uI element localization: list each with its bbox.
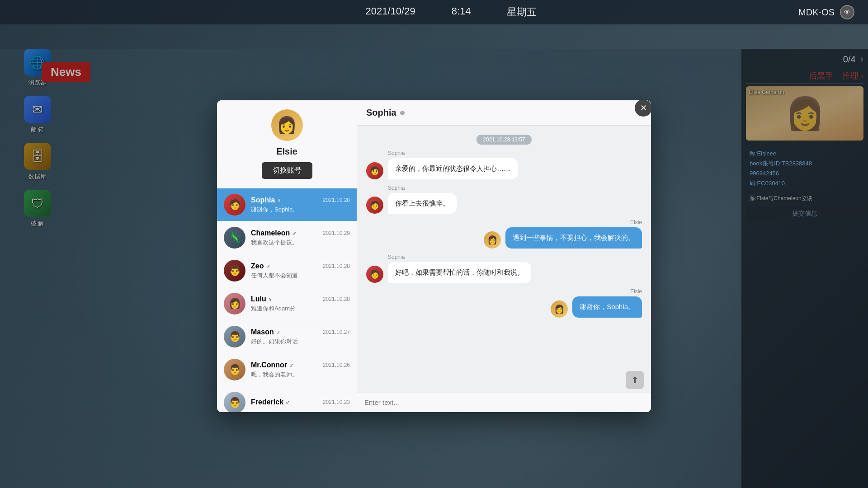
message-bubble: 谢谢你，Sophia。 <box>572 296 642 318</box>
message-bubble-wrap: Sophia 好吧，如果需要帮忙的话，你随时和我说。 <box>388 254 531 283</box>
message-avatar: 👩 <box>551 300 568 318</box>
contact-preview: 任何人都不会知道 <box>251 272 350 280</box>
contact-name: Lulu♀ <box>251 295 273 303</box>
contact-item[interactable]: 🧑 Sophia♀ 2021.10.28 谢谢你，Sophia。 <box>217 188 357 221</box>
topbar-center: 2021/10/29 8:14 星期五 <box>366 5 537 19</box>
contact-name: Zeo♂ <box>251 262 270 270</box>
message-bubble-wrap: Elsie 遇到一些事情，不要担心，我会解决的。 <box>505 219 642 249</box>
message-bubble: 你看上去很憔悴。 <box>388 193 457 214</box>
close-button[interactable]: ✕ <box>635 100 651 117</box>
contact-avatar: 👩 <box>224 293 245 314</box>
message-bubble-wrap: Sophia 亲爱的，你最近的状态很令人担心…… <box>388 150 518 179</box>
contact-avatar: 🦎 <box>224 227 245 249</box>
contact-top: Frederick♂ 2021.10.23 <box>251 398 350 406</box>
message-sender-label: Sophia <box>388 150 518 156</box>
contact-info: Zeo♂ 2021.10.28 任何人都不会知道 <box>251 262 350 280</box>
message-avatar: 🧑 <box>366 197 383 214</box>
topbar: 2021/10/29 8:14 星期五 MDK-OS 👁 <box>0 0 868 24</box>
contact-top: Mason♂ 2021.10.27 <box>251 328 350 336</box>
messages-area: 2021.10.28 13:57 🧑 Sophia 亲爱的，你最近的状态很令人担… <box>357 126 651 367</box>
timestamp-badge: 2021.10.28 13:57 <box>476 135 531 145</box>
topbar-date: 2021/10/29 <box>366 5 415 19</box>
topbar-right: MDK-OS 👁 <box>798 5 854 19</box>
contact-item[interactable]: 👨 Zeo♂ 2021.10.28 任何人都不会知道 <box>217 254 357 287</box>
chat-contact-name: Sophia <box>366 108 396 118</box>
contact-preview: 嗯，我会的老师。 <box>251 371 350 379</box>
message-row: Elsie 谢谢你，Sophia。 👩 <box>366 288 642 318</box>
user-header: 👩 Elsie 切换账号 <box>217 100 357 188</box>
message-avatar: 🧑 <box>366 266 383 283</box>
contact-avatar: 🧑 <box>224 194 245 216</box>
contact-avatar: 👨 <box>224 359 245 380</box>
message-row: Elsie 遇到一些事情，不要担心，我会解决的。 👩 <box>366 219 642 249</box>
user-name: Elsie <box>276 146 297 157</box>
contact-top: Mr.Connor♂ 2021.10.26 <box>251 361 350 369</box>
contact-date: 2021.10.28 <box>323 296 350 302</box>
contact-avatar: 👨 <box>224 326 245 347</box>
message-sender-label: Sophia <box>388 254 531 260</box>
contact-date: 2021.10.23 <box>323 399 350 405</box>
contact-item[interactable]: 👨 Mr.Connor♂ 2021.10.26 嗯，我会的老师。 <box>217 353 357 386</box>
contact-date: 2021.10.29 <box>323 230 350 236</box>
message-bubble-wrap: Sophia 你看上去很憔悴。 <box>388 185 457 214</box>
contact-name: Mr.Connor♂ <box>251 361 294 369</box>
contact-preview: 好的。如果你对话 <box>251 338 350 346</box>
contact-avatar: 👨 <box>224 392 245 412</box>
contact-info: Lulu♀ 2021.10.28 难道你和Adam分 <box>251 295 350 313</box>
message-input[interactable] <box>364 399 644 406</box>
contact-info: Mason♂ 2021.10.27 好的。如果你对话 <box>251 328 350 346</box>
contact-info: Sophia♀ 2021.10.28 谢谢你，Sophia。 <box>251 196 350 214</box>
user-avatar: 👩 <box>271 109 303 141</box>
chat-modal: ✕ 👩 Elsie 切换账号 🧑 Sophia♀ 2021.10.28 <box>217 100 651 412</box>
message-bubble: 遇到一些事情，不要担心，我会解决的。 <box>505 227 642 249</box>
contact-top: Chameleon♂ 2021.10.29 <box>251 229 350 237</box>
online-status-dot <box>400 111 405 115</box>
chat-header: Sophia <box>357 100 651 126</box>
desktop: News 🌐 浏览器 ✉ 邮 箱 🗄 数据库 🛡 破 解 0/4 › 后黑手 <box>0 24 868 488</box>
contact-name: Frederick♂ <box>251 398 290 406</box>
contact-preview: 谢谢你，Sophia。 <box>251 206 350 214</box>
message-row: 🧑 Sophia 你看上去很憔悴。 <box>366 185 642 214</box>
contact-name: Chameleon♂ <box>251 229 297 237</box>
message-sender-label: Elsie <box>505 219 642 225</box>
modal-overlay: ✕ 👩 Elsie 切换账号 🧑 Sophia♀ 2021.10.28 <box>0 24 868 488</box>
os-name: MDK-OS <box>798 7 835 18</box>
message-bubble-wrap: Elsie 谢谢你，Sophia。 <box>572 288 642 318</box>
contact-list: 🧑 Sophia♀ 2021.10.28 谢谢你，Sophia。 🦎 Chame… <box>217 188 357 412</box>
contact-item[interactable]: 🦎 Chameleon♂ 2021.10.29 我喜欢这个提议。 <box>217 221 357 254</box>
upload-button[interactable]: ⬆ <box>626 371 644 389</box>
contact-avatar: 👨 <box>224 260 245 282</box>
message-bubble: 好吧，如果需要帮忙的话，你随时和我说。 <box>388 262 531 283</box>
contact-preview: 难道你和Adam分 <box>251 305 350 313</box>
contact-item[interactable]: 👨 Mason♂ 2021.10.27 好的。如果你对话 <box>217 320 357 353</box>
message-sender-label: Elsie <box>572 288 642 295</box>
message-avatar: 🧑 <box>366 162 383 179</box>
input-area[interactable] <box>357 393 651 412</box>
message-row: 🧑 Sophia 好吧，如果需要帮忙的话，你随时和我说。 <box>366 254 642 283</box>
topbar-time: 8:14 <box>452 5 471 19</box>
contact-preview: 我喜欢这个提议。 <box>251 239 350 247</box>
contact-top: Sophia♀ 2021.10.28 <box>251 196 350 204</box>
contact-top: Zeo♂ 2021.10.28 <box>251 262 350 270</box>
message-sender-label: Sophia <box>388 185 457 191</box>
contact-name: Mason♂ <box>251 328 280 336</box>
contact-item[interactable]: 👨 Frederick♂ 2021.10.23 <box>217 386 357 412</box>
chat-area: Sophia 2021.10.28 13:57 🧑 Sophia 亲爱的，你最近… <box>357 100 651 412</box>
contact-name: Sophia♀ <box>251 196 282 204</box>
upload-btn-area: ⬆ <box>357 367 651 393</box>
contact-item[interactable]: 👩 Lulu♀ 2021.10.28 难道你和Adam分 <box>217 287 357 320</box>
contacts-panel: 👩 Elsie 切换账号 🧑 Sophia♀ 2021.10.28 谢谢你，So… <box>217 100 357 412</box>
contact-date: 2021.10.28 <box>323 263 350 269</box>
contact-date: 2021.10.28 <box>323 197 350 203</box>
message-avatar: 👩 <box>484 231 501 249</box>
contact-info: Mr.Connor♂ 2021.10.26 嗯，我会的老师。 <box>251 361 350 379</box>
message-bubble: 亲爱的，你最近的状态很令人担心…… <box>388 158 518 179</box>
contact-date: 2021.10.27 <box>323 329 350 335</box>
message-row: 🧑 Sophia 亲爱的，你最近的状态很令人担心…… <box>366 150 642 179</box>
contact-top: Lulu♀ 2021.10.28 <box>251 295 350 303</box>
contact-info: Chameleon♂ 2021.10.29 我喜欢这个提议。 <box>251 229 350 247</box>
contact-date: 2021.10.26 <box>323 362 350 368</box>
topbar-day: 星期五 <box>507 5 537 19</box>
contact-info: Frederick♂ 2021.10.23 <box>251 398 350 408</box>
switch-account-button[interactable]: 切换账号 <box>262 162 312 179</box>
